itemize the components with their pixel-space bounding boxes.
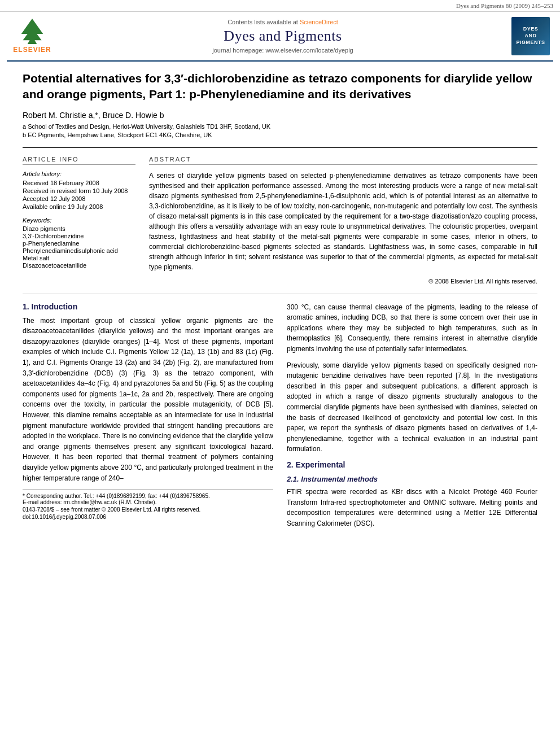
keywords-section: Keywords: Diazo pigments 3,3′-Dichlorobe… <box>23 217 135 269</box>
right-col-intro-1: 300 °C, can cause thermal cleavage of th… <box>287 302 537 455</box>
left-body-col: 1. Introduction The most important group… <box>23 302 273 535</box>
affiliations: a School of Textiles and Design, Heriot-… <box>23 123 537 138</box>
elsevier-tree-icon <box>17 19 48 44</box>
affiliation-a: a School of Textiles and Design, Heriot-… <box>23 123 537 130</box>
keyword-1: Diazo pigments <box>23 225 135 232</box>
history-label: Article history: <box>23 171 135 177</box>
body-content: 1. Introduction The most important group… <box>23 302 537 535</box>
keyword-2: 3,3′-Dichlorobenzidine <box>23 233 135 239</box>
instrumental-text: FTIR spectra were recorded as KBr discs … <box>287 487 537 528</box>
keyword-4: Phenylenediaminedisulphonic acid <box>23 247 135 254</box>
journal-center: Contents lists available at ScienceDirec… <box>58 19 508 54</box>
journal-header: ELSEVIER Contents lists available at Sci… <box>7 12 553 62</box>
abstract-text: A series of diarylide yellow pigments ba… <box>149 171 537 272</box>
authors: Robert M. Christie a,*, Bruce D. Howie b <box>23 111 537 120</box>
elsevier-label: ELSEVIER <box>13 46 51 54</box>
right-body-col: 300 °C, can cause thermal cleavage of th… <box>287 302 537 535</box>
article-info-col: ARTICLE INFO Article history: Received 1… <box>23 156 135 285</box>
journal-title: Dyes and Pigments <box>58 28 508 45</box>
keyword-6: Disazoacetoacetanilide <box>23 262 135 269</box>
elsevier-logo: ELSEVIER <box>7 16 58 56</box>
sciencedirect-link[interactable]: ScienceDirect <box>300 19 338 25</box>
journal-volume-info: Dyes and Pigments 80 (2009) 245–253 <box>456 2 553 9</box>
abstract-col: ABSTRACT A series of diarylide yellow pi… <box>149 156 537 285</box>
doi-line: doi:10.1016/j.dyepig.2008.07.006 <box>23 514 273 520</box>
received-date: Received 18 February 2008 <box>23 180 135 186</box>
main-content: Potential alternatives for 3,3′-dichloro… <box>0 62 560 545</box>
journal-logo: DYESANDPIGMENTS <box>511 17 550 55</box>
revised-date: Received in revised form 10 July 2008 <box>23 187 135 194</box>
journal-logo-box: DYESANDPIGMENTS <box>508 17 553 55</box>
intro-title: 1. Introduction <box>23 302 273 311</box>
sciencedirect-line: Contents lists available at ScienceDirec… <box>58 19 508 25</box>
footnote-area: * Corresponding author. Tel.: +44 (0)189… <box>23 489 273 505</box>
accepted-date: Accepted 12 July 2008 <box>23 195 135 202</box>
journal-info-bar: Dyes and Pigments 80 (2009) 245–253 <box>0 0 560 12</box>
keyword-3: p-Phenylenediamine <box>23 240 135 247</box>
instrumental-subtitle: 2.1. Instrumental methods <box>287 475 537 483</box>
journal-logo-text: DYESANDPIGMENTS <box>516 26 545 46</box>
copyright-notice: © 2008 Elsevier Ltd. All rights reserved… <box>149 278 537 285</box>
experimental-title: 2. Experimental <box>287 460 537 469</box>
article-info-header: ARTICLE INFO <box>23 156 135 165</box>
affiliation-b: b EC Pigments, Hempshaw Lane, Stockport … <box>23 132 537 138</box>
available-online-date: Available online 19 July 2008 <box>23 203 135 210</box>
copyright-footer: 0143-7208/$ – see front matter © 2008 El… <box>23 506 273 513</box>
keyword-5: Metal salt <box>23 255 135 261</box>
email-note: E-mail address: rm.christie@hw.ac.uk (R.… <box>23 499 273 505</box>
article-info-abstract: ARTICLE INFO Article history: Received 1… <box>23 147 537 285</box>
abstract-header: ABSTRACT <box>149 156 537 165</box>
article-title: Potential alternatives for 3,3′-dichloro… <box>23 71 537 103</box>
section-divider <box>23 294 537 294</box>
keywords-label: Keywords: <box>23 217 135 224</box>
journal-homepage: journal homepage: www.elsevier.com/locat… <box>58 47 508 54</box>
corresponding-author-note: * Corresponding author. Tel.: +44 (0)189… <box>23 493 273 499</box>
sciencedirect-prefix: Contents lists available at <box>228 19 298 25</box>
intro-paragraph-1: The most important group of classical ye… <box>23 316 273 484</box>
